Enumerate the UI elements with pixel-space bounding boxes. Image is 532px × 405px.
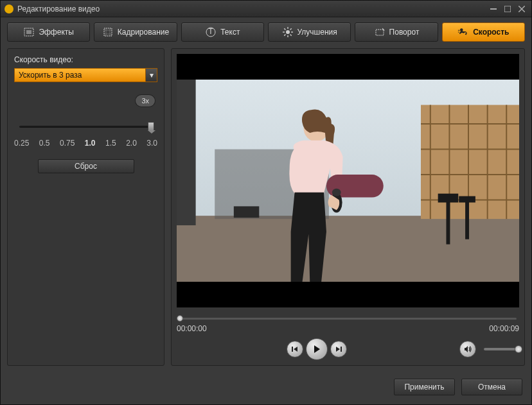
- crop-icon: [102, 26, 114, 38]
- speed-preset-dropdown[interactable]: Ускорить в 3 раза ▾: [14, 68, 157, 82]
- tab-enhance[interactable]: Улучшения: [268, 22, 351, 42]
- svg-rect-42: [438, 193, 459, 202]
- playback-controls: [177, 338, 519, 360]
- reset-button[interactable]: Сброс: [38, 159, 134, 173]
- apply-button[interactable]: Применить: [394, 379, 455, 395]
- svg-rect-6: [104, 28, 112, 36]
- video-preview: [177, 54, 519, 307]
- tab-speed[interactable]: Скорость: [442, 22, 525, 42]
- speed-ticks: 0.25 0.5 0.75 1.0 1.5 2.0 3.0: [14, 139, 157, 148]
- svg-point-40: [332, 188, 341, 196]
- tab-label: Текст: [220, 28, 240, 37]
- svg-line-15: [290, 35, 291, 36]
- svg-rect-41: [446, 200, 450, 244]
- svg-rect-43: [465, 201, 469, 239]
- next-button[interactable]: [330, 341, 347, 358]
- cancel-button[interactable]: Отмена: [461, 379, 522, 395]
- tab-text[interactable]: TТекст: [181, 22, 264, 42]
- speed-bubble: 3x: [136, 95, 155, 107]
- tab-effects[interactable]: Эффекты: [7, 22, 90, 42]
- app-icon: [4, 4, 13, 13]
- svg-point-9: [286, 30, 290, 34]
- svg-text:T: T: [209, 27, 214, 36]
- svg-point-19: [460, 28, 463, 31]
- speed-panel: Скорость видео: Ускорить в 3 раза ▾ 3x 0…: [7, 48, 164, 366]
- svg-line-17: [284, 35, 285, 36]
- svg-rect-18: [376, 30, 384, 35]
- svg-rect-33: [177, 80, 196, 225]
- tab-label: Скорость: [473, 28, 509, 37]
- rotate-icon: [374, 26, 386, 38]
- svg-rect-46: [341, 347, 342, 352]
- time-total: 00:00:09: [489, 324, 519, 333]
- maximize-button[interactable]: [502, 4, 513, 13]
- svg-rect-35: [234, 206, 259, 218]
- play-button[interactable]: [306, 338, 328, 360]
- time-current: 00:00:00: [177, 324, 207, 333]
- minimize-button[interactable]: [488, 4, 499, 13]
- tab-label: Эффекты: [39, 28, 74, 37]
- tab-rotate[interactable]: Поворот: [355, 22, 438, 42]
- prev-button[interactable]: [287, 341, 303, 358]
- speed-icon: [457, 26, 469, 38]
- tab-bar: Эффекты Кадрирование TТекст Улучшения По…: [1, 17, 531, 48]
- window-title: Редактирование видео: [17, 4, 485, 13]
- svg-rect-1: [504, 6, 511, 12]
- titlebar: Редактирование видео: [1, 1, 531, 17]
- footer: Применить Отмена: [1, 372, 531, 404]
- tab-label: Кадрирование: [118, 28, 169, 37]
- tab-label: Поворот: [389, 28, 420, 37]
- timeline-thumb[interactable]: [177, 315, 183, 322]
- effects-icon: [23, 26, 35, 38]
- tab-label: Улучшения: [297, 28, 337, 37]
- volume-thumb[interactable]: [515, 345, 522, 353]
- enhance-icon: [282, 26, 294, 38]
- tab-crop[interactable]: Кадрирование: [94, 22, 177, 42]
- svg-rect-0: [490, 8, 497, 10]
- text-icon: T: [205, 26, 217, 38]
- close-button[interactable]: [516, 4, 528, 13]
- svg-rect-5: [26, 30, 31, 34]
- timeline[interactable]: [177, 315, 519, 322]
- svg-rect-44: [459, 196, 475, 202]
- chevron-down-icon: ▾: [145, 69, 157, 82]
- speed-label: Скорость видео:: [14, 55, 157, 64]
- svg-rect-45: [292, 347, 293, 352]
- volume-button[interactable]: [459, 341, 476, 358]
- svg-line-14: [284, 28, 285, 30]
- svg-line-16: [290, 28, 291, 30]
- preview-panel: 00:00:00 00:00:09: [171, 48, 525, 366]
- speed-preset-value: Ускорить в 3 раза: [15, 71, 145, 80]
- speed-slider-track[interactable]: [19, 126, 152, 128]
- volume-slider[interactable]: [484, 348, 519, 350]
- timeline-track: [179, 318, 517, 320]
- speed-slider-thumb[interactable]: [148, 122, 154, 131]
